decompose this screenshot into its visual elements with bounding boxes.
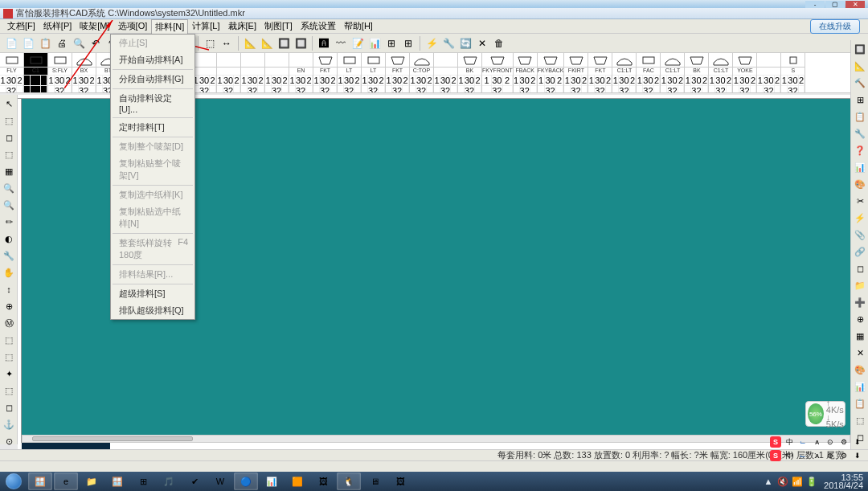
menuitem[interactable]: 排队超级排料[Q] <box>111 302 194 319</box>
left-tool-icon[interactable]: ◐ <box>1 231 17 247</box>
online-upgrade-button[interactable]: 在线升级 <box>810 19 860 34</box>
menu-计算[interactable]: 计算[L] <box>188 18 223 34</box>
right-tool-icon[interactable]: 📋 <box>852 395 868 411</box>
toolbar-button-icon[interactable]: ⚡ <box>424 35 440 51</box>
menuitem[interactable]: 自动排料设定[U]... <box>111 90 194 117</box>
right-tool-icon[interactable]: 🎨 <box>852 176 868 192</box>
toolbar-button-icon[interactable]: 🔲 <box>276 35 292 51</box>
toolbar-button-icon[interactable]: 〰 <box>333 35 349 51</box>
pattern-cell[interactable]: FBACK1302321362 <box>514 53 538 92</box>
taskbar-app-icon[interactable]: ✔ <box>182 473 207 490</box>
start-button[interactable] <box>0 472 27 491</box>
pattern-cell[interactable]: BK1302321362 <box>685 53 709 92</box>
left-tool-icon[interactable]: ✏ <box>1 214 17 230</box>
pattern-cell[interactable]: C1:LT1302321362 <box>661 53 685 92</box>
toolbar-button-icon[interactable]: ✕ <box>474 35 490 51</box>
toolbar-button-icon[interactable]: 🗑 <box>491 35 507 51</box>
toolbar-button-icon[interactable]: 🔄 <box>457 35 473 51</box>
left-tool-icon[interactable]: ↖ <box>1 96 17 112</box>
tray-icon[interactable]: 🔇 <box>777 477 788 487</box>
ime-icon[interactable]: ⌙ <box>797 436 809 448</box>
minimize-button[interactable]: - <box>805 1 825 8</box>
left-tool-icon[interactable]: ⬚ <box>1 332 17 348</box>
menu-排料[interactable]: 排料[N] <box>151 19 188 34</box>
speed-badge[interactable]: 56% ↑ 4K/s↓ 5K/s <box>805 401 845 427</box>
taskbar-app-icon[interactable]: W <box>208 473 232 490</box>
left-tool-icon[interactable]: ◻ <box>1 129 17 145</box>
menu-文档[interactable]: 文档[F] <box>3 18 39 34</box>
ime-icon[interactable]: ⊙ <box>825 436 836 448</box>
right-tool-icon[interactable]: ✂ <box>852 193 868 209</box>
taskbar-app-icon[interactable]: 📁 <box>80 473 104 490</box>
right-tool-icon[interactable]: 🎨 <box>852 362 868 378</box>
menu-选项[interactable]: 选项[O] <box>114 18 152 34</box>
close-button[interactable]: ✕ <box>845 1 865 8</box>
pattern-cell[interactable]: FKYFRONT1302321362 <box>482 53 514 92</box>
toolbar-button-icon[interactable]: 📊 <box>366 35 383 51</box>
right-tool-icon[interactable]: 📁 <box>852 277 868 293</box>
menu-纸样[interactable]: 纸样[P] <box>39 18 76 34</box>
toolbar-button-icon[interactable]: ↶ <box>88 35 104 51</box>
pattern-cell[interactable]: 1302321362 <box>217 53 241 92</box>
pattern-cell[interactable]: YOKE1302321362 <box>733 53 757 92</box>
toolbar-button-icon[interactable]: 📄 <box>20 35 36 51</box>
taskbar-app-icon[interactable]: 🔵 <box>234 473 258 490</box>
pattern-cell[interactable]: FKT1302321362 <box>386 53 410 92</box>
right-tool-icon[interactable]: 🔨 <box>852 75 868 91</box>
taskbar-app-icon[interactable]: 🖼 <box>388 473 412 490</box>
taskbar-app-icon[interactable]: 🟧 <box>285 473 309 490</box>
horizontal-scrollbar[interactable] <box>22 435 850 443</box>
ime-icon[interactable]: ⌙ <box>797 450 809 461</box>
ime-icon[interactable]: ⚙ <box>838 450 850 461</box>
pattern-cell[interactable]: C1:LT1302321362 <box>612 53 637 92</box>
right-tool-icon[interactable]: 🔧 <box>852 125 868 141</box>
ime-icon[interactable]: 中 <box>784 436 795 448</box>
menu-裁床[interactable]: 裁床[E] <box>224 18 260 34</box>
toolbar-button-icon[interactable]: ⬚ <box>202 35 218 51</box>
toolbar-button-icon[interactable]: 📄 <box>3 35 19 51</box>
pattern-cell[interactable]: BX1302321362 <box>72 53 96 92</box>
pattern-cell[interactable]: 1302321362 <box>265 53 289 92</box>
menu-帮助[interactable]: 帮助[H] <box>340 18 377 34</box>
right-tool-icon[interactable]: 🔲 <box>852 41 868 57</box>
right-tool-icon[interactable]: ⊕ <box>852 311 868 327</box>
ime-icon[interactable]: ⚙ <box>838 436 850 448</box>
tray-icon[interactable]: ▲ <box>763 477 774 487</box>
toolbar-button-icon[interactable]: ⊞ <box>383 35 399 51</box>
left-tool-icon[interactable]: ⊕ <box>1 298 17 314</box>
menuitem[interactable]: 开始自动排料[A] <box>111 51 194 68</box>
right-tool-icon[interactable]: ⬚ <box>852 412 868 428</box>
clock[interactable]: 13:552018/4/24 <box>824 473 863 489</box>
taskbar-app-icon[interactable]: 📊 <box>260 473 284 490</box>
ime-icon[interactable]: ᴀ <box>811 436 822 448</box>
ime-icon[interactable]: ᴀ <box>811 450 822 461</box>
menu-系统设置[interactable]: 系统设置 <box>297 18 340 34</box>
pattern-cell[interactable]: FKT1302321362 <box>313 53 338 92</box>
toolbar-button-icon[interactable]: 📐 <box>259 35 275 51</box>
ime-icon[interactable]: S <box>770 436 781 448</box>
ime-icon[interactable]: ⬇ <box>852 450 863 461</box>
left-tool-icon[interactable]: 🔍 <box>1 180 17 196</box>
right-tool-icon[interactable]: 📐 <box>852 58 868 74</box>
pattern-cell[interactable]: S1302321362 <box>781 53 805 92</box>
right-tool-icon[interactable]: 📊 <box>852 378 868 395</box>
right-tool-icon[interactable]: ◻ <box>852 260 868 276</box>
pattern-cell[interactable]: 1302321362 <box>241 53 265 92</box>
pattern-cell[interactable]: C:TOP1302321362 <box>410 53 434 92</box>
pattern-cell[interactable]: FKYBACK1302321362 <box>538 53 565 92</box>
toolbar-button-icon[interactable]: 🅰 <box>316 35 332 51</box>
taskbar-app-icon[interactable]: 🎵 <box>157 473 181 490</box>
left-tool-icon[interactable]: ⬚ <box>1 146 17 162</box>
left-tool-icon[interactable]: ⬚ <box>1 113 17 129</box>
ime-icon[interactable]: ⬇ <box>852 436 863 448</box>
left-tool-icon[interactable]: ⬚ <box>1 349 17 365</box>
right-tool-icon[interactable]: ➕ <box>852 294 868 310</box>
left-tool-icon[interactable]: Ⓜ <box>1 315 17 331</box>
right-tool-icon[interactable]: 📊 <box>852 159 868 175</box>
maximize-button[interactable]: ▢ <box>825 1 845 8</box>
taskbar-app-icon[interactable]: 🖼 <box>311 473 335 490</box>
taskbar-app-icon[interactable]: 🖥 <box>362 473 387 490</box>
tray-icon[interactable]: 📶 <box>792 477 803 487</box>
pattern-cell[interactable]: BK1302321362 <box>458 53 482 92</box>
pattern-cell[interactable]: FAC1302321362 <box>637 53 661 92</box>
